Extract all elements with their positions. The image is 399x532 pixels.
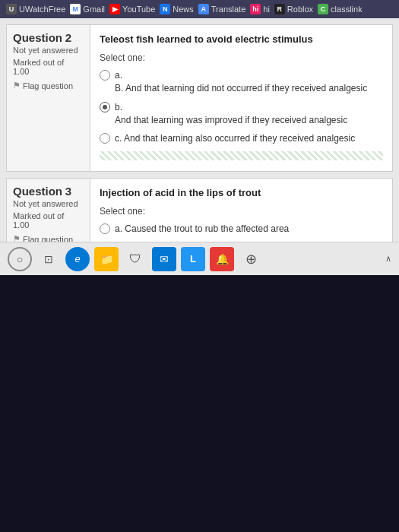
gmail-icon: M <box>70 4 81 14</box>
taskbar: ○ ⊡ e 📁 🛡 ✉ L 🔔 ⊕ ∧ <box>0 242 399 275</box>
tab-uwatchfree-label: UWatchFree <box>19 5 65 14</box>
tab-translate[interactable]: A Translate <box>198 4 245 14</box>
tab-youtube-label: YouTube <box>122 5 155 14</box>
flag-icon-2: ⚑ <box>13 81 21 90</box>
question-title-3: Injection of acid in the lips of trout <box>100 186 383 200</box>
quiz-area: Question 2 Not yet answered Marked out o… <box>0 18 399 242</box>
taskbar-notif[interactable]: 🔔 <box>210 247 234 271</box>
tab-gmail-label: Gmail <box>83 5 105 14</box>
taskbar-mail[interactable]: ✉ <box>152 247 176 271</box>
select-one-3: Select one: <box>100 206 383 217</box>
option-row-2c: c. And that learning also occurred if th… <box>100 132 383 145</box>
flag-icon-3: ⚑ <box>13 234 21 242</box>
option-text-3a: a. Caused the trout to rub the affected … <box>115 223 289 236</box>
question-block-2: Question 2 Not yet answered Marked out o… <box>6 24 393 172</box>
question-number-3: Question 3 <box>13 185 84 198</box>
option-radio-2a[interactable] <box>100 70 110 81</box>
taskbar-shield[interactable]: 🛡 <box>123 247 147 271</box>
translate-icon: A <box>198 4 209 14</box>
flag-question-2[interactable]: ⚑ Flag question <box>13 81 84 90</box>
option-text-2c: c. And that learning also occurred if th… <box>115 132 355 145</box>
tab-news-label: News <box>173 5 194 14</box>
question-sidebar-3: Question 3 Not yet answered Marked out o… <box>7 179 90 242</box>
question-number-2: Question 2 <box>13 31 84 44</box>
taskbar-lang[interactable]: L <box>181 247 205 271</box>
question-status-2: Not yet answered <box>13 46 84 55</box>
bottom-dark-area <box>0 275 399 532</box>
classlink-icon: C <box>318 4 328 14</box>
tab-roblox[interactable]: R Roblox <box>274 4 313 14</box>
browser-content: Question 2 Not yet answered Marked out o… <box>0 18 399 275</box>
hi-icon: hi <box>250 4 261 14</box>
pattern-decoration-2 <box>100 151 383 160</box>
taskbar-taskview[interactable]: ⊡ <box>36 247 61 271</box>
question-main-3: Injection of acid in the lips of trout S… <box>90 179 392 242</box>
tab-news[interactable]: N News <box>160 4 194 14</box>
tab-youtube[interactable]: ▶ YouTube <box>109 4 155 14</box>
tab-translate-label: Translate <box>211 5 245 14</box>
tab-gmail[interactable]: M Gmail <box>70 4 105 14</box>
question-main-2: Teleost fish learned to avoid electric s… <box>90 25 392 171</box>
taskbar-chrome[interactable]: ⊕ <box>239 247 263 271</box>
question-marked-2: Marked out of 1.00 <box>13 58 84 76</box>
option-text-2a: a. B. And that learning did not occurred… <box>115 69 367 95</box>
youtube-icon: ▶ <box>109 4 120 14</box>
question-status-3: Not yet answered <box>13 199 84 208</box>
option-radio-3a[interactable] <box>100 223 110 234</box>
tab-classlink[interactable]: C classlink <box>318 4 363 14</box>
option-radio-2c[interactable] <box>100 133 110 144</box>
question-sidebar-2: Question 2 Not yet answered Marked out o… <box>7 25 90 171</box>
flag-question-3[interactable]: ⚑ Flag question <box>13 234 84 242</box>
tab-hi[interactable]: hi hi <box>250 4 270 14</box>
tab-uwatchfree[interactable]: U UWatchFree <box>6 4 65 14</box>
option-row-2b: b. And that learning was improved if the… <box>100 101 383 127</box>
tab-classlink-label: classlink <box>331 5 363 14</box>
tab-roblox-label: Roblox <box>287 5 313 14</box>
taskbar-search[interactable]: ○ <box>8 247 32 271</box>
option-text-2b: b. And that learning was improved if the… <box>115 101 347 127</box>
question-block-3: Question 3 Not yet answered Marked out o… <box>6 178 393 242</box>
option-row-3a: a. Caused the trout to rub the affected … <box>100 223 383 236</box>
news-icon: N <box>160 4 170 14</box>
taskbar-edge[interactable]: e <box>65 247 90 271</box>
select-one-2: Select one: <box>100 52 383 63</box>
roblox-icon: R <box>274 4 285 14</box>
option-radio-2b[interactable] <box>100 102 110 112</box>
question-title-2: Teleost fish learned to avoid electric s… <box>100 33 383 46</box>
tab-hi-label: hi <box>263 5 270 14</box>
browser-tab-bar: U UWatchFree M Gmail ▶ YouTube N News A … <box>0 0 399 18</box>
question-marked-3: Marked out of 1.00 <box>13 211 84 230</box>
option-row-2a: a. B. And that learning did not occurred… <box>100 69 383 95</box>
uwatchfree-icon: U <box>6 4 17 14</box>
taskbar-end: ∧ <box>385 254 391 264</box>
taskbar-explorer[interactable]: 📁 <box>94 247 119 271</box>
